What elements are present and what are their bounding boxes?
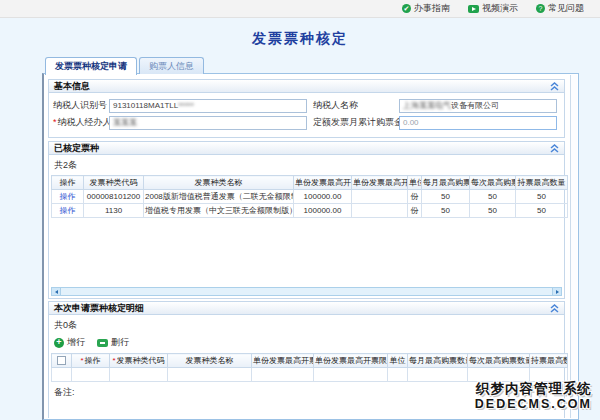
question-icon: ? — [536, 4, 545, 13]
verified-types-title: 已核定票种 — [54, 142, 99, 155]
apply-detail-title: 本次申请票种核定明细 — [54, 302, 144, 315]
table-cell: 100000.00 — [294, 190, 352, 204]
col-header: 单份发票最高开票限额特殊仅 — [314, 354, 388, 368]
guide-link-label: 办事指南 — [414, 2, 450, 15]
col-header: 每月最高购票数 — [422, 176, 470, 190]
apply-toolbar: + 增行 删行 — [51, 335, 562, 353]
delete-row-label: 删行 — [111, 336, 129, 349]
table-cell: 50 — [422, 190, 470, 204]
verified-types-header: 已核定票种 — [48, 141, 565, 155]
quota-field[interactable]: 0.00 — [399, 116, 557, 130]
content-panel: 基本信息 纳税人识别号 91310118MA1TLL ***** 纳税人名称 上… — [42, 73, 579, 420]
table-cell: 50 — [516, 190, 568, 204]
apply-detail-header: 本次申请票种核定明细 — [48, 301, 565, 315]
collapse-basic-icon[interactable] — [550, 82, 559, 91]
basic-info-body: 纳税人识别号 91310118MA1TLL ***** 纳税人名称 上海某某电气… — [48, 93, 565, 138]
basic-info-header: 基本信息 — [48, 79, 565, 93]
collapse-apply-icon[interactable] — [550, 304, 559, 313]
col-header: 持票最高数量 — [516, 176, 568, 190]
verified-types-table: 操作 发票种类代码 发票种类名称 单份发票最高开票 单份发票最高开票限 单位 每… — [51, 175, 568, 218]
col-header: 每月最高购票数量 — [408, 354, 468, 368]
guide-link[interactable]: ✔ 办事指南 — [402, 2, 450, 15]
table-cell — [352, 190, 408, 204]
agent-label: *纳税人经办人 — [51, 116, 109, 129]
minus-icon — [97, 339, 108, 347]
col-header: 单份发票最高开票限 — [252, 354, 314, 368]
vertical-scrollbar[interactable] — [570, 75, 577, 418]
col-header: 每次最高购票数 — [470, 176, 516, 190]
horizontal-scrollbar[interactable] — [51, 287, 562, 296]
empty-row — [52, 368, 568, 382]
tab-invoice-type-apply[interactable]: 发票票种核定申请 — [45, 57, 137, 75]
table-cell: 增值税专用发票（中文三联无金额限制版） — [144, 204, 294, 218]
col-header: *操作 — [72, 354, 110, 368]
table-header-row: 操作 发票种类代码 发票种类名称 单份发票最高开票 单份发票最高开票限 单位 每… — [52, 176, 568, 190]
scroll-right-button[interactable] — [552, 288, 561, 295]
tab-buyer-info[interactable]: 购票人信息 — [139, 57, 204, 74]
taxpayer-name-value: 设备有限公司 — [451, 100, 499, 111]
table-cell: 份 — [408, 190, 422, 204]
agent-field[interactable]: 某某某 — [109, 116, 307, 130]
taxpayer-name-masked: 上海某某电气 — [403, 100, 451, 111]
table-cell: 000008101200 — [84, 190, 144, 204]
row-action-link[interactable]: 操作 — [60, 192, 76, 201]
quota-value: 0.00 — [403, 118, 419, 127]
video-icon — [468, 5, 479, 13]
delete-row-button[interactable]: 删行 — [97, 336, 129, 349]
col-header: 操作 — [52, 176, 84, 190]
quota-label: 定额发票月累计购票金额 — [307, 116, 399, 129]
table-cell: 50 — [470, 204, 516, 218]
col-header: 单位 — [388, 354, 408, 368]
collapse-verified-icon[interactable] — [550, 144, 559, 153]
apply-count: 共0条 — [51, 316, 562, 335]
select-all-checkbox[interactable] — [57, 356, 66, 365]
table-cell: 1130 — [84, 204, 144, 218]
col-header: 持票最高数量 — [530, 354, 568, 368]
table-row: 操作 000008101200 2008版新增值税普通发票（二联无金额限制版） … — [52, 190, 568, 204]
table-cell: 份 — [408, 204, 422, 218]
col-header: 发票种类名称 — [168, 354, 252, 368]
apply-detail-table: *操作 *发票种类代码 发票种类名称 单份发票最高开票限 单份发票最高开票限额特… — [51, 353, 568, 382]
table-cell: 2008版新增值税普通发票（二联无金额限制版） — [144, 190, 294, 204]
main-container: 发票票种核定申请 购票人信息 基本信息 纳税人识别号 91310118MA1TL… — [42, 57, 579, 420]
table-cell — [352, 204, 408, 218]
faq-link-label: 常见问题 — [548, 2, 584, 15]
taxpayer-id-value: 91310118MA1TLL — [113, 101, 178, 110]
video-demo-link[interactable]: 视频演示 — [468, 2, 518, 15]
guide-icon: ✔ — [402, 4, 411, 13]
col-header: 单位 — [408, 176, 422, 190]
required-mark: * — [53, 117, 57, 127]
table-cell: 50 — [422, 204, 470, 218]
verified-count: 共2条 — [51, 156, 562, 175]
table-cell: 100000.00 — [294, 204, 352, 218]
table-cell: 50 — [516, 204, 568, 218]
form-row: *纳税人经办人 某某某 定额发票月累计购票金额 0.00 — [51, 114, 562, 131]
watermark: 织梦内容管理系统 DEDECMS.COM — [475, 381, 592, 412]
col-header: 发票种类代码 — [84, 176, 144, 190]
taxpayer-id-masked: ***** — [178, 101, 194, 110]
add-row-button[interactable]: + 增行 — [54, 336, 85, 349]
col-header: 每次最高购票数量 — [468, 354, 530, 368]
taxpayer-name-label: 纳税人名称 — [307, 99, 399, 112]
tab-bar: 发票票种核定申请 购票人信息 — [42, 57, 579, 74]
taxpayer-id-field[interactable]: 91310118MA1TLL ***** — [109, 99, 307, 113]
plus-icon: + — [54, 338, 64, 348]
scroll-left-button[interactable] — [52, 288, 61, 295]
watermark-line2: DEDECMS.COM — [475, 397, 592, 412]
taxpayer-name-field[interactable]: 上海某某电气 设备有限公司 — [399, 99, 557, 113]
basic-info-title: 基本信息 — [54, 80, 90, 93]
row-action-link[interactable]: 操作 — [60, 206, 76, 215]
table-row: 操作 1130 增值税专用发票（中文三联无金额限制版） 100000.00 份 … — [52, 204, 568, 218]
form-row: 纳税人识别号 91310118MA1TLL ***** 纳税人名称 上海某某电气… — [51, 97, 562, 114]
col-header: 单份发票最高开票 — [294, 176, 352, 190]
table-header-row: *操作 *发票种类代码 发票种类名称 单份发票最高开票限 单份发票最高开票限额特… — [52, 354, 568, 368]
watermark-line1: 织梦内容管理系统 — [475, 381, 592, 397]
topbar: ✔ 办事指南 视频演示 ? 常见问题 — [0, 0, 600, 18]
faq-link[interactable]: ? 常见问题 — [536, 2, 584, 15]
table-cell: 50 — [470, 190, 516, 204]
add-row-label: 增行 — [67, 336, 85, 349]
taxpayer-id-label: 纳税人识别号 — [51, 99, 109, 112]
page-title: 发票票种核定 — [0, 30, 600, 48]
video-link-label: 视频演示 — [482, 2, 518, 15]
col-header: 发票种类名称 — [144, 176, 294, 190]
